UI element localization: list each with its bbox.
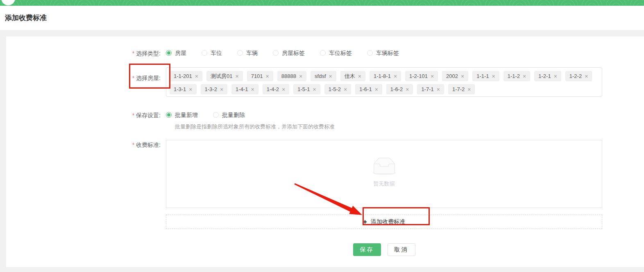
room-tag: 1-5-2× — [324, 84, 351, 94]
remove-tag-icon[interactable]: × — [523, 73, 526, 79]
remove-tag-icon[interactable]: × — [437, 87, 440, 92]
remove-tag-icon[interactable]: × — [329, 73, 332, 79]
room-tag: 1-2-1× — [534, 71, 561, 81]
add-fee-standard-button[interactable]: + 添加收费标准 — [166, 215, 602, 229]
radio-option-label: 批量新增 — [175, 110, 198, 119]
form-row-fee-standard: *收费标准: 暂无 — [6, 140, 644, 256]
form-row-rooms: *选择房屋: 1-1-201×测试房01×7101×88888×sfdsf×佳木… — [6, 67, 644, 97]
radio-circle-icon[interactable] — [202, 50, 207, 56]
radio-option[interactable]: 批量新增 — [166, 110, 198, 119]
room-tag-label: 1-6-1 — [359, 86, 372, 92]
room-tag: 1-6-1× — [355, 84, 382, 94]
room-tag-label: 1-5-2 — [329, 86, 341, 92]
radio-option[interactable]: 批量删除 — [213, 110, 245, 119]
room-tag-label: 2002 — [446, 73, 458, 79]
cancel-button[interactable]: 取消 — [388, 243, 415, 256]
remove-tag-icon[interactable]: × — [195, 73, 198, 79]
room-tag-label: 1-6-2 — [390, 86, 403, 92]
add-fee-standard-label: 添加收费标准 — [371, 218, 405, 226]
room-tag: 1-1-201× — [170, 71, 202, 81]
required-marker: * — [132, 112, 134, 119]
room-tag: 1-2-101× — [405, 71, 438, 81]
room-tag-label: 测试房01 — [211, 73, 232, 80]
save-mode-content: 批量新增批量删除 批量删除是指删除所选对象所有的收费标准，并添加下面的收费标准 — [166, 110, 335, 130]
room-tag-label: 1-7-1 — [421, 86, 433, 92]
room-tag-label: 1-1-8-1 — [374, 73, 391, 79]
radio-circle-icon[interactable] — [367, 50, 373, 56]
plus-icon: + — [363, 218, 367, 225]
remove-tag-icon[interactable]: × — [394, 73, 397, 79]
radio-circle-icon[interactable] — [273, 50, 279, 56]
top-left-circle-widget[interactable] — [1, 0, 15, 5]
radio-circle-icon[interactable] — [237, 50, 243, 56]
radio-option[interactable]: 房屋标签 — [273, 48, 305, 57]
empty-text: 暂无数据 — [166, 180, 602, 187]
remove-tag-icon[interactable]: × — [299, 73, 302, 79]
room-tag-label: sfdsf — [315, 73, 326, 79]
remove-tag-icon[interactable]: × — [406, 87, 409, 92]
remove-tag-icon[interactable]: × — [282, 87, 285, 92]
type-label: *选择类型: — [6, 48, 166, 58]
fee-standard-table: 暂无数据 — [166, 140, 602, 208]
remove-tag-icon[interactable]: × — [554, 73, 557, 79]
form-row-type: *选择类型: 房屋车位车辆房屋标签车位标签车辆标签 — [6, 48, 644, 58]
room-tag-label: 1-3-1 — [174, 86, 186, 92]
form-actions: 保存 取消 — [166, 243, 602, 256]
room-tag: 1-7-2× — [448, 84, 475, 94]
room-tag-label: 1-7-2 — [452, 86, 465, 92]
radio-option[interactable]: 车位标签 — [320, 48, 352, 57]
room-tag: 88888× — [277, 71, 306, 81]
radio-option-label: 车辆标签 — [376, 48, 399, 57]
radio-circle-icon[interactable] — [320, 50, 326, 56]
required-marker: * — [132, 50, 134, 57]
room-tag-label: 1-4-1 — [236, 86, 248, 92]
save-button[interactable]: 保存 — [353, 243, 381, 256]
room-tag: 1-5-1× — [293, 84, 320, 94]
radio-option[interactable]: 车位 — [202, 48, 222, 57]
form-row-save-mode: *保存设置: 批量新增批量删除 批量删除是指删除所选对象所有的收费标准，并添加下… — [6, 110, 644, 130]
remove-tag-icon[interactable]: × — [585, 73, 588, 79]
radio-option[interactable]: 房屋 — [166, 48, 186, 57]
room-tag-label: 1-5-1 — [297, 86, 310, 92]
room-tag: 佳木× — [340, 71, 365, 81]
radio-option-label: 房屋标签 — [282, 48, 305, 57]
radio-circle-icon[interactable] — [213, 112, 219, 118]
room-tag: 7101× — [247, 71, 273, 81]
radio-option-label: 批量删除 — [222, 110, 245, 119]
remove-tag-icon[interactable]: × — [235, 73, 238, 79]
remove-tag-icon[interactable]: × — [344, 87, 347, 92]
room-tag: sfdsf× — [311, 71, 336, 81]
room-tag-label: 佳木 — [345, 73, 355, 80]
remove-tag-icon[interactable]: × — [266, 73, 269, 79]
remove-tag-icon[interactable]: × — [251, 87, 254, 92]
remove-tag-icon[interactable]: × — [358, 73, 361, 79]
remove-tag-icon[interactable]: × — [467, 87, 471, 92]
radio-circle-icon[interactable] — [166, 112, 172, 118]
remove-tag-icon[interactable]: × — [431, 73, 434, 79]
remove-tag-icon[interactable]: × — [492, 73, 495, 79]
radio-circle-icon[interactable] — [166, 50, 172, 56]
remove-tag-icon[interactable]: × — [461, 73, 464, 79]
radio-option[interactable]: 车辆标签 — [367, 48, 399, 57]
remove-tag-icon[interactable]: × — [189, 87, 192, 92]
remove-tag-icon[interactable]: × — [375, 87, 378, 92]
save-mode-label: *保存设置: — [6, 110, 166, 120]
room-tag: 测试房01× — [206, 71, 243, 81]
room-tag-label: 1-1-2 — [508, 73, 520, 79]
remove-tag-icon[interactable]: × — [313, 87, 316, 92]
room-tag-label: 1-1-201 — [174, 73, 192, 79]
radio-option-label: 车辆 — [246, 48, 258, 57]
room-tag-label: 1-3-2 — [205, 86, 217, 92]
empty-box-icon — [370, 158, 399, 176]
fee-standard-label: *收费标准: — [6, 140, 166, 149]
room-tag-label: 7101 — [251, 73, 263, 79]
empty-state: 暂无数据 — [166, 158, 602, 187]
remove-tag-icon[interactable]: × — [220, 87, 223, 92]
room-tag: 1-4-2× — [263, 84, 290, 94]
room-tag-label: 1-4-2 — [267, 86, 279, 92]
top-navigation-bar — [0, 0, 644, 6]
fee-standard-content: 暂无数据 + 添加收费标准 保存 取消 — [166, 140, 602, 256]
rooms-multiselect-input[interactable]: 1-1-201×测试房01×7101×88888×sfdsf×佳木×1-1-8-… — [166, 67, 602, 97]
radio-option[interactable]: 车辆 — [237, 48, 258, 57]
room-tag: 2002× — [442, 71, 468, 81]
